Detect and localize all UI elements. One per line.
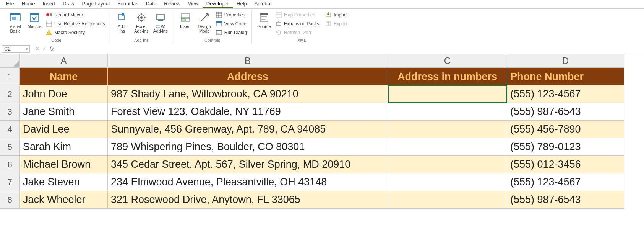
menu-home[interactable]: Home [18, 0, 39, 8]
cell[interactable]: Phone Number [507, 68, 624, 85]
row-header[interactable]: 7 [0, 173, 20, 191]
import-button[interactable]: Import [324, 11, 349, 19]
cell[interactable]: (555) 123-4567 [507, 85, 624, 103]
row-header[interactable]: 3 [0, 103, 20, 121]
cell[interactable] [388, 156, 507, 173]
svg-point-5 [46, 13, 49, 16]
cell[interactable]: Sarah Kim [20, 138, 108, 156]
menu-help[interactable]: Help [233, 0, 251, 8]
row-header[interactable]: 2 [0, 85, 20, 103]
cell[interactable]: Address [108, 68, 388, 85]
cell[interactable] [388, 121, 507, 138]
cell[interactable] [388, 191, 507, 209]
menu-acrobat[interactable]: Acrobat [251, 0, 276, 8]
menu-formulas[interactable]: Formulas [114, 0, 142, 8]
design-mode-button[interactable]: DesignMode [195, 10, 214, 36]
cell[interactable]: 234 Elmwood Avenue, Pleasantville, OH 43… [108, 173, 388, 191]
menu-review[interactable]: Review [160, 0, 184, 8]
visual-basic-label: VisualBasic [10, 24, 21, 33]
cell[interactable]: 789 Whispering Pines, Boulder, CO 80301 [108, 138, 388, 156]
svg-rect-44 [276, 22, 281, 26]
column-header-a[interactable]: A [20, 54, 108, 68]
expansion-packs-icon [276, 21, 282, 27]
svg-rect-1 [10, 13, 20, 15]
menu-data[interactable]: Data [142, 0, 160, 8]
menu-view[interactable]: View [184, 0, 203, 8]
cell[interactable]: John Doe [20, 85, 108, 103]
svg-line-19 [143, 20, 144, 21]
cell[interactable]: 321 Rosewood Drive, Anytown, FL 33065 [108, 191, 388, 209]
ribbon-group-xml: Source Map Properties Expansion Packs Re… [252, 10, 352, 44]
cell[interactable]: Name [20, 68, 108, 85]
group-caption-addins: Add-ins [113, 38, 170, 44]
menu-developer[interactable]: Developer [203, 0, 233, 8]
visual-basic-button[interactable]: VisualBasic [6, 10, 24, 36]
menu-file[interactable]: File [2, 0, 18, 8]
cell[interactable] [388, 173, 507, 191]
cell[interactable] [388, 103, 507, 121]
fx-icon[interactable]: fx [50, 46, 54, 52]
properties-button[interactable]: Properties [214, 11, 248, 19]
menu-draw[interactable]: Draw [59, 0, 78, 8]
excel-addins-button[interactable]: ExcelAdd-ins [132, 10, 151, 36]
cell[interactable] [388, 138, 507, 156]
cell[interactable]: Jane Smith [20, 103, 108, 121]
addins-icon [117, 12, 128, 23]
cell[interactable]: (555) 987-6543 [507, 103, 624, 121]
cell[interactable]: Sunnyvale, 456 Greenway, Apt. 789, CA 94… [108, 121, 388, 138]
cell[interactable]: (555) 012-3456 [507, 156, 624, 173]
cell[interactable]: (555) 456-7890 [507, 121, 624, 138]
ribbon: VisualBasic Macros Record Macro Use Rela… [0, 9, 644, 44]
addins-button[interactable]: Add-ins [113, 10, 131, 36]
column-header-d[interactable]: D [507, 54, 624, 68]
enter-formula-icon[interactable]: ✓ [42, 46, 47, 52]
cell[interactable]: (555) 987-6543 [507, 191, 624, 209]
name-box-dropdown-icon[interactable]: ▾ [26, 47, 28, 51]
run-dialog-button[interactable]: Run Dialog [214, 29, 248, 36]
use-relative-references-button[interactable]: Use Relative References [44, 20, 107, 28]
row-header[interactable]: 4 [0, 121, 20, 138]
select-all-corner[interactable] [0, 54, 20, 68]
column-header-c[interactable]: C [388, 54, 507, 68]
menu-insert[interactable]: Insert [39, 0, 59, 8]
cell[interactable] [388, 85, 507, 103]
name-box[interactable]: C2 ▾ [2, 45, 30, 53]
column-header-b[interactable]: B [108, 54, 388, 68]
svg-rect-2 [12, 17, 16, 20]
refresh-data-button[interactable]: Refresh Data [274, 29, 321, 36]
row-header[interactable]: 1 [0, 68, 20, 85]
ribbon-group-code: VisualBasic Macros Record Macro Use Rela… [3, 10, 110, 44]
macros-icon [29, 12, 40, 23]
macro-security-button[interactable]: ! Macro Security [44, 29, 107, 36]
export-button[interactable]: Export [324, 20, 349, 28]
cell[interactable]: Forest View 123, Oakdale, NY 11769 [108, 103, 388, 121]
svg-text:!: ! [49, 31, 50, 35]
menu-page-layout[interactable]: Page Layout [78, 0, 114, 8]
row-header[interactable]: 6 [0, 156, 20, 173]
row-header[interactable]: 8 [0, 191, 20, 209]
cell[interactable]: 345 Cedar Street, Apt. 567, Silver Sprin… [108, 156, 388, 173]
formula-input[interactable] [54, 45, 644, 53]
source-button[interactable]: Source [255, 10, 273, 36]
cell[interactable]: Jack Wheeler [20, 191, 108, 209]
cancel-formula-icon[interactable]: ✕ [35, 46, 39, 52]
row-header[interactable]: 5 [0, 138, 20, 156]
visual-basic-icon [10, 12, 21, 23]
cell[interactable]: Jake Steven [20, 173, 108, 191]
import-icon [325, 12, 331, 18]
cell[interactable]: (555) 123-4567 [507, 173, 624, 191]
map-properties-button[interactable]: Map Properties [274, 11, 321, 19]
cell[interactable]: 987 Shady Lane, Willowbrook, CA 90210 [108, 85, 388, 103]
com-addins-button[interactable]: COMAdd-ins [151, 10, 170, 36]
view-code-button[interactable]: View Code [214, 20, 248, 28]
expansion-packs-button[interactable]: Expansion Packs [274, 20, 321, 28]
insert-button[interactable]: Insert [176, 10, 195, 36]
cell[interactable]: Address in numbers [388, 68, 507, 85]
cell[interactable]: David Lee [20, 121, 108, 138]
properties-icon [216, 12, 222, 18]
cell[interactable]: (555) 789-0123 [507, 138, 624, 156]
cell[interactable]: Michael Brown [20, 156, 108, 173]
record-macro-button[interactable]: Record Macro [44, 11, 107, 19]
com-addins-label: COMAdd-ins [153, 24, 167, 33]
macros-button[interactable]: Macros [25, 10, 44, 36]
